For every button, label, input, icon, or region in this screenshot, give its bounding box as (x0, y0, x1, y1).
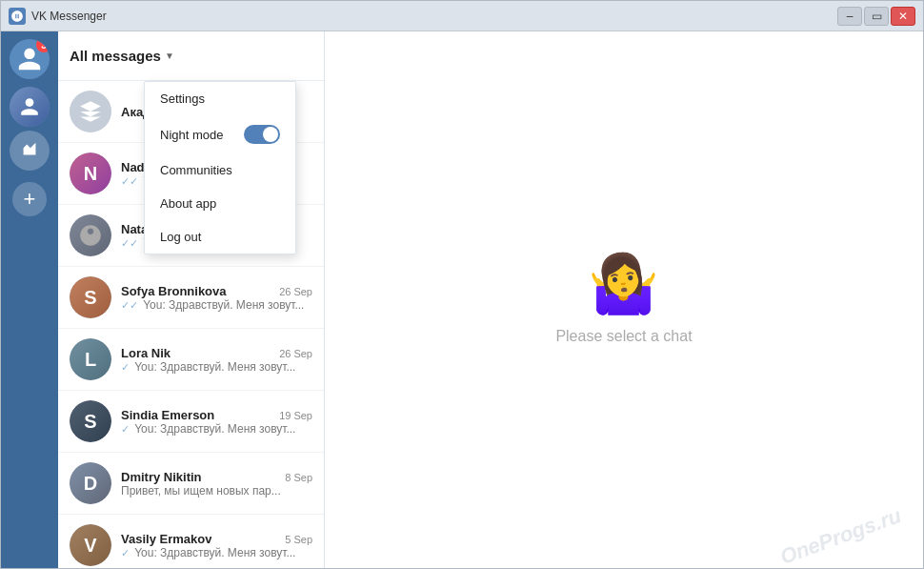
maximize-button[interactable]: ▭ (864, 7, 889, 26)
watermark: OneProgs.ru (776, 503, 904, 568)
chat-name: Dmitry Nikitin (121, 470, 202, 484)
chat-item[interactable]: S Sindia Emerson 19 Sep ✓ You: Здравству… (58, 391, 324, 453)
preview-text: You: Здравствуй. Меня зовут... (134, 546, 295, 559)
user-avatar[interactable]: 3 (10, 39, 50, 79)
app-window: VK Messenger – ▭ ✕ 3 (0, 0, 924, 569)
app-icon (9, 8, 26, 25)
dropdown-menu: Settings Night mode Communities About ap… (144, 81, 296, 254)
chat-name: Vasily Ermakov (121, 532, 211, 546)
avatar-image (70, 214, 111, 256)
preview-text: You: Здравствуй. Меня зовут... (134, 360, 295, 374)
minimize-button[interactable]: – (837, 7, 862, 26)
avatar-image: L (70, 338, 111, 380)
chat-list-header: All messages ▼ (58, 31, 324, 81)
chat-avatar: S (70, 400, 111, 442)
chat-preview: ✓ You: Здравствуй. Меня зовут... (121, 360, 312, 374)
chat-name: Sindia Emerson (121, 408, 214, 422)
dropdown-log-out[interactable]: Log out (145, 220, 295, 254)
chat-preview: ✓ You: Здравствуй. Меня зовут... (121, 422, 312, 436)
header-title-text: All messages (70, 48, 161, 64)
check-icon: ✓✓ (121, 175, 138, 187)
chat-name-row: Dmitry Nikitin 8 Sep (121, 470, 312, 484)
window-controls: – ▭ ✕ (837, 7, 915, 26)
add-new-button[interactable]: + (12, 182, 47, 216)
chat-date: 26 Sep (279, 286, 312, 297)
chat-info: Sindia Emerson 19 Sep ✓ You: Здравствуй.… (121, 408, 312, 436)
notification-badge: 3 (36, 39, 50, 52)
chat-date: 8 Sep (285, 472, 312, 483)
all-messages-button[interactable]: All messages ▼ (70, 48, 174, 64)
chat-avatar: D (70, 462, 111, 504)
no-chat-selected: 🤷‍♀️ Please select a chat (555, 255, 692, 345)
chat-info: Vasily Ermakov 5 Sep ✓ You: Здравствуй. … (121, 532, 312, 559)
dropdown-settings[interactable]: Settings (145, 82, 295, 115)
chat-list-panel: All messages ▼ Settings Night mode Commu… (58, 31, 325, 568)
nav-item-person1[interactable] (10, 87, 50, 127)
check-icon: ✓✓ (121, 299, 138, 311)
avatar-image: S (70, 276, 111, 318)
chat-preview: ✓ You: Здравствуй. Меня зовут... (121, 546, 312, 559)
select-chat-text: Please select a chat (555, 328, 692, 345)
chat-avatar: S (70, 276, 111, 318)
check-icon: ✓ (121, 547, 130, 559)
chat-item[interactable]: V Vasily Ermakov 5 Sep ✓ You: Здравствуй… (58, 515, 324, 568)
chat-avatar: V (70, 524, 111, 566)
avatar-image: D (70, 462, 111, 504)
chat-name-row: Sofya Bronnikova 26 Sep (121, 284, 312, 298)
chat-item[interactable]: L Lora Nik 26 Sep ✓ You: Здравствуй. Мен… (58, 329, 324, 391)
chevron-down-icon: ▼ (165, 51, 174, 61)
chat-date: 26 Sep (279, 348, 312, 359)
sidebar-nav: 3 + (1, 31, 58, 568)
chat-avatar (70, 214, 111, 256)
chat-info: Dmitry Nikitin 8 Sep Привет, мы ищем нов… (121, 470, 312, 498)
chat-item[interactable]: D Dmitry Nikitin 8 Sep Привет, мы ищем н… (58, 453, 324, 515)
chat-preview: Привет, мы ищем новых пар... (121, 484, 312, 498)
chat-info: Lora Nik 26 Sep ✓ You: Здравствуй. Меня … (121, 346, 312, 374)
avatar-image: V (70, 524, 111, 566)
preview-text: You: Здравствуй. Меня зовут... (143, 298, 304, 312)
select-chat-emoji: 🤷‍♀️ (588, 255, 659, 313)
chat-info: Sofya Bronnikova 26 Sep ✓✓ You: Здравств… (121, 284, 312, 312)
preview-text: You: Здравствуй. Меня зовут... (134, 422, 295, 436)
chat-avatar: L (70, 338, 111, 380)
check-icon: ✓ (121, 423, 130, 435)
nav-item-chart[interactable] (10, 131, 50, 171)
chat-name-row: Lora Nik 26 Sep (121, 346, 312, 360)
dropdown-night-mode[interactable]: Night mode (145, 115, 295, 153)
dropdown-about-app[interactable]: About app (145, 187, 295, 220)
chat-name: Sofya Bronnikova (121, 284, 227, 298)
titlebar: VK Messenger – ▭ ✕ (1, 1, 923, 31)
check-icon: ✓✓ (121, 237, 138, 249)
chat-name: Lora Nik (121, 346, 171, 360)
avatar-image (70, 91, 111, 132)
window-title: VK Messenger (31, 10, 837, 23)
chat-item[interactable]: S Sofya Bronnikova 26 Sep ✓✓ You: Здравс… (58, 267, 324, 329)
chat-main-area: 🤷‍♀️ Please select a chat OneProgs.ru (325, 31, 923, 568)
chat-date: 19 Sep (279, 410, 312, 421)
preview-text: Привет, мы ищем новых пар... (121, 484, 281, 498)
chat-preview: ✓✓ You: Здравствуй. Меня зовут... (121, 298, 312, 312)
close-button[interactable]: ✕ (891, 7, 915, 26)
dropdown-communities[interactable]: Communities (145, 153, 295, 187)
chat-name-row: Sindia Emerson 19 Sep (121, 408, 312, 422)
chat-date: 5 Sep (285, 534, 312, 545)
night-mode-toggle[interactable] (244, 125, 280, 144)
avatar-image: N (70, 152, 111, 194)
chat-name-row: Vasily Ermakov 5 Sep (121, 532, 312, 546)
chat-avatar (70, 91, 111, 132)
app-body: 3 + (1, 31, 923, 568)
avatar-image: S (70, 400, 111, 442)
chat-avatar: N (70, 152, 111, 194)
check-icon: ✓ (121, 361, 130, 373)
